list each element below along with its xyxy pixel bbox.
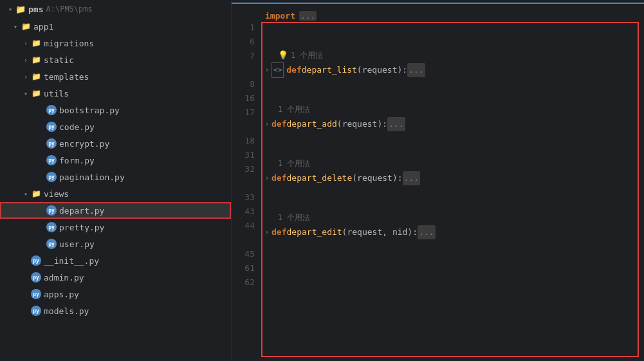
tree-item-migrations[interactable]: 📁 migrations <box>0 35 231 51</box>
kw-def-3: def <box>271 171 286 185</box>
chevron-templates <box>21 71 31 82</box>
code-editor: 1 6 7 8 16 17 18 31 32 33 43 44 45 61 62 <box>232 0 644 361</box>
diamond-icon-1: <> <box>271 62 284 78</box>
paren-3: ( <box>337 117 342 131</box>
label-static: static <box>44 55 74 65</box>
fold-chevron-3: › <box>265 171 269 185</box>
usage-note-2: 1 个用法 <box>265 106 644 117</box>
tree-item-user-py[interactable]: py user.py <box>0 236 231 252</box>
root-name: pms <box>28 5 43 14</box>
fold-chevron-4: › <box>265 225 269 239</box>
paren-8: ) <box>407 225 412 239</box>
py-icon-bootstrap: py <box>46 105 57 115</box>
label-apps-py: apps.py <box>44 290 79 299</box>
tree-item-views[interactable]: 📁 views <box>0 185 231 202</box>
dots-2: ... <box>387 117 405 131</box>
tree-item-pagination-py[interactable]: py pagination.py <box>0 169 231 185</box>
usage-text-1: 1 个用法 <box>291 48 323 62</box>
usage-note-1: 💡 1 个用法 <box>265 51 644 63</box>
root-path: A:\PMS\pms <box>46 5 92 14</box>
tree-item-depart-py[interactable]: py depart.py <box>0 202 231 219</box>
colon-4: : <box>412 225 418 239</box>
label-code-py: code.py <box>59 122 95 132</box>
paren-4: ) <box>377 117 382 131</box>
py-icon-init: py <box>31 255 41 266</box>
chevron-migrations <box>21 38 31 48</box>
label-migrations: migrations <box>44 39 94 48</box>
param-4: request, nid <box>347 225 407 239</box>
folder-icon-templates: 📁 <box>31 71 41 82</box>
bulb-icon-1: 💡 <box>278 48 288 62</box>
label-bootstrap-py: bootstrap.py <box>59 106 120 115</box>
fn-depart-delete: depart_delete <box>287 171 353 185</box>
code-line-62 <box>265 254 644 268</box>
code-line-32 <box>265 145 644 160</box>
chevron-app1 <box>10 21 21 32</box>
tree-item-admin-py[interactable]: py admin.py <box>0 269 231 286</box>
fn-depart-list: depart_list <box>302 63 357 77</box>
label-pagination-py: pagination.py <box>59 172 125 182</box>
paren-6: ) <box>392 171 398 185</box>
code-line-17 <box>265 91 644 106</box>
param-2: request <box>342 117 378 131</box>
code-line-45: › def depart_edit ( request, nid ) : ... <box>265 225 644 239</box>
kw-def-4: def <box>271 225 286 239</box>
tree-item-pretty-py[interactable]: py pretty.py <box>0 219 231 236</box>
tree-item-code-py[interactable]: py code.py <box>0 118 231 135</box>
code-line-1: import ... <box>265 9 644 23</box>
file-tree: 📁 pms A:\PMS\pms 📁 app1 📁 migrations 📁 s… <box>0 0 232 361</box>
label-app1: app1 <box>33 22 53 32</box>
label-depart-py: depart.py <box>59 206 104 216</box>
fold-chevron-1: › <box>265 63 269 77</box>
root-folder[interactable]: 📁 pms A:\PMS\pms <box>0 0 231 18</box>
usage-text-3: 1 个用法 <box>278 156 310 171</box>
label-views: views <box>44 189 69 199</box>
tree-item-form-py[interactable]: py form.py <box>0 152 231 169</box>
label-encrypt-py: encrypt.py <box>59 139 109 149</box>
py-icon-admin: py <box>31 272 41 282</box>
dots-3: ... <box>403 171 420 185</box>
colon-1: : <box>402 63 407 77</box>
tree-item-apps-py[interactable]: py apps.py <box>0 286 231 302</box>
py-icon-pagination: py <box>46 172 57 182</box>
dots-1: ... <box>407 63 425 77</box>
usage-text-4: 1 个用法 <box>278 210 310 225</box>
tree-item-encrypt-py[interactable]: py encrypt.py <box>0 135 231 152</box>
colon-2: : <box>382 117 387 131</box>
paren-2: ) <box>397 63 402 77</box>
code-line-31 <box>265 131 644 145</box>
py-icon-code: py <box>46 122 57 132</box>
kw-def-1: def <box>286 63 301 77</box>
tree-item-static[interactable]: 📁 static <box>0 51 231 68</box>
usage-text-2: 1 个用法 <box>278 102 310 116</box>
usage-note-3: 1 个用法 <box>265 160 644 171</box>
py-icon-encrypt: py <box>46 138 57 149</box>
code-line-33: › def depart_delete ( request ) : ... <box>265 171 644 185</box>
py-icon-pretty: py <box>46 222 57 232</box>
line-numbers: 1 6 7 8 16 17 18 31 32 33 43 44 45 61 62 <box>232 4 260 361</box>
label-utils: utils <box>44 89 69 98</box>
code-line-44 <box>265 199 644 214</box>
root-chevron <box>5 4 15 14</box>
tree-item-app1[interactable]: 📁 app1 <box>0 18 231 35</box>
py-icon-form: py <box>46 155 57 165</box>
code-line-16 <box>265 77 644 91</box>
import-dots: ... <box>299 9 317 23</box>
py-icon-models: py <box>31 306 41 316</box>
py-icon-depart: py <box>46 205 57 216</box>
label-templates: templates <box>44 72 89 82</box>
py-icon-apps: py <box>31 289 41 299</box>
folder-icon-static: 📁 <box>31 55 41 65</box>
keyword-import: import <box>265 9 295 23</box>
tree-item-templates[interactable]: 📁 templates <box>0 68 231 85</box>
label-admin-py: admin.py <box>44 273 84 282</box>
code-line-6 <box>265 23 644 37</box>
tree-item-utils[interactable]: 📁 utils <box>0 85 231 102</box>
code-content: import ... 💡 1 个用法 › <> def depart_list … <box>260 4 644 361</box>
fn-depart-edit: depart_edit <box>287 225 342 239</box>
tree-item-bootstrap-py[interactable]: py bootstrap.py <box>0 102 231 118</box>
tree-item-models-py[interactable]: py models.py <box>0 302 231 319</box>
code-area: 1 6 7 8 16 17 18 31 32 33 43 44 45 61 62 <box>232 4 644 361</box>
tree-item-init-py[interactable]: py __init__.py <box>0 252 231 269</box>
folder-icon-views: 📁 <box>31 189 41 199</box>
